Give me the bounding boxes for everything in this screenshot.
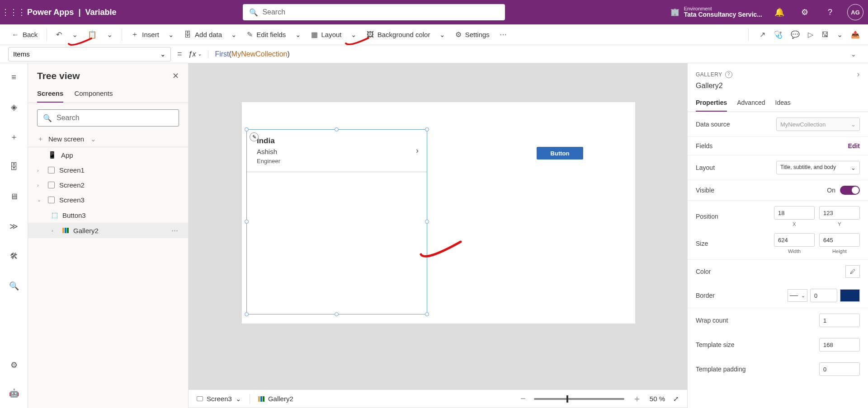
chevron-right-icon[interactable]: › xyxy=(416,146,419,155)
status-screen-picker[interactable]: Screen3⌄ xyxy=(197,395,241,403)
insert-button[interactable]: ＋Insert ⌄ xyxy=(127,27,178,42)
user-avatar[interactable]: AG xyxy=(847,4,863,20)
tree-item-screen1[interactable]: ›Screen1 xyxy=(28,163,188,178)
media-rail-icon[interactable]: 🖥 xyxy=(5,188,23,205)
zoom-in-icon[interactable]: ＋ xyxy=(632,393,642,405)
gallery-template-row[interactable]: ✎ India Ashish Engineer › xyxy=(247,130,427,172)
height-input[interactable]: 645 xyxy=(819,233,860,247)
zoom-out-icon[interactable]: − xyxy=(520,394,526,404)
tree-search-input[interactable]: 🔍 Search xyxy=(37,109,179,127)
share-icon[interactable]: ↗ xyxy=(760,30,765,39)
new-screen-button[interactable]: ＋ New screen ⌄ xyxy=(28,131,188,147)
bgcolor-button[interactable]: 🖼Background color ⌄ xyxy=(363,28,449,42)
tree-item-button3[interactable]: ⬚Button3 xyxy=(28,207,188,223)
settings-button[interactable]: ⚙Settings xyxy=(452,28,493,42)
play-icon[interactable]: ▷ xyxy=(808,30,813,39)
settings-gear-icon[interactable]: ⚙ xyxy=(797,4,813,20)
annotation-check xyxy=(418,238,463,265)
tree-item-app[interactable]: 📱App xyxy=(28,147,188,163)
width-input[interactable]: 624 xyxy=(774,233,815,247)
back-button[interactable]: ←Back xyxy=(8,28,41,42)
environment-picker[interactable]: 🏢 Environment Tata Consultancy Servic... xyxy=(670,6,762,18)
resize-handle[interactable] xyxy=(425,312,429,316)
help-icon[interactable]: ? xyxy=(725,71,732,78)
chevron-down-icon: ⌄ xyxy=(439,31,445,39)
wrap-count-input[interactable]: 1 xyxy=(819,314,860,327)
add-data-button[interactable]: 🗄Add data ⌄ xyxy=(180,28,241,42)
zoom-slider[interactable] xyxy=(534,398,624,400)
prop-border-label: Border xyxy=(696,292,715,299)
tree-item-screen3[interactable]: ⌄Screen3 xyxy=(28,192,188,207)
fit-to-window-icon[interactable]: ⤢ xyxy=(673,395,679,403)
save-split-icon[interactable]: ⌄ xyxy=(837,30,843,39)
plus-icon: ＋ xyxy=(37,135,44,143)
settings-rail-icon[interactable]: ⚙ xyxy=(5,356,23,374)
paste-split[interactable]: ⌄ xyxy=(103,28,116,42)
template-padding-input[interactable]: 0 xyxy=(819,362,860,376)
hamburger-icon[interactable]: ≡ xyxy=(5,69,23,86)
property-dropdown[interactable]: Items ⌄ xyxy=(8,47,171,61)
tab-advanced[interactable]: Advanced xyxy=(737,94,765,112)
annotation-check xyxy=(66,36,94,49)
gear-icon: ⚙ xyxy=(455,30,462,39)
global-search[interactable]: 🔍 Search xyxy=(243,4,505,20)
annotation-check xyxy=(344,35,371,49)
expand-formula-button[interactable]: ⌄ xyxy=(847,51,860,58)
edit-fields-button[interactable]: ✎Edit fields ⌄ xyxy=(243,28,304,42)
visible-toggle[interactable] xyxy=(840,186,860,195)
border-style-dropdown[interactable]: ⌄ xyxy=(788,289,807,302)
resize-handle[interactable] xyxy=(335,312,339,316)
canvas-area[interactable]: Button ✎ India Ashish Engineer › xyxy=(189,63,687,408)
item-more-icon[interactable]: ⋯ xyxy=(171,226,179,234)
tools-rail-icon[interactable]: 🛠 xyxy=(5,248,23,265)
virtual-agent-rail-icon[interactable]: 🤖 xyxy=(5,385,23,402)
tab-ideas[interactable]: Ideas xyxy=(775,94,791,112)
undo-button[interactable]: ↶ xyxy=(52,28,66,42)
treeview-rail-icon[interactable]: ◈ xyxy=(5,98,23,116)
close-panel-icon[interactable]: ✕ xyxy=(172,71,179,81)
waffle-icon[interactable]: ⋮⋮⋮ xyxy=(5,3,23,21)
template-size-input[interactable]: 168 xyxy=(819,338,860,352)
flows-rail-icon[interactable]: ≫ xyxy=(5,218,23,235)
status-selected-control[interactable]: Gallery2 xyxy=(258,395,293,403)
search-rail-icon[interactable]: 🔍 xyxy=(5,277,23,295)
chevron-right-icon[interactable]: › xyxy=(857,70,860,79)
tab-screens[interactable]: Screens xyxy=(37,85,63,103)
canvas-button-control[interactable]: Button xyxy=(537,147,583,159)
insert-rail-icon[interactable]: ＋ xyxy=(5,128,23,145)
layout-dropdown[interactable]: Title, subtitle, and body⌄ xyxy=(776,161,860,174)
fx-label[interactable]: ƒx ⌄ xyxy=(189,50,209,58)
publish-icon[interactable]: 📤 xyxy=(851,30,860,39)
tree-item-gallery2[interactable]: › Gallery2 ⋯ xyxy=(28,223,188,238)
formula-input[interactable]: First(MyNewCollection) xyxy=(215,50,841,58)
tree-item-screen2[interactable]: ›Screen2 xyxy=(28,178,188,192)
chevron-down-icon: ⌄ xyxy=(236,395,241,403)
save-icon[interactable]: 🖫 xyxy=(821,31,829,39)
color-picker[interactable]: 🖊 xyxy=(845,265,860,278)
data-rail-icon[interactable]: 🗄 xyxy=(5,158,23,175)
resize-handle[interactable] xyxy=(245,220,249,224)
edit-template-icon[interactable]: ✎ xyxy=(250,132,259,141)
resize-handle[interactable] xyxy=(425,220,429,224)
notifications-icon[interactable]: 🔔 xyxy=(771,4,788,20)
checker-icon[interactable]: 🩺 xyxy=(774,30,783,39)
tab-properties[interactable]: Properties xyxy=(696,94,727,112)
gallery-selection[interactable]: ✎ India Ashish Engineer › xyxy=(246,129,427,314)
position-x-input[interactable]: 18 xyxy=(774,206,815,220)
resize-handle[interactable] xyxy=(245,312,249,316)
tab-components[interactable]: Components xyxy=(74,85,113,103)
edit-fields-icon: ✎ xyxy=(247,30,253,39)
position-y-input[interactable]: 123 xyxy=(819,206,860,220)
gallery-title: India xyxy=(257,136,280,146)
fields-edit-link[interactable]: Edit xyxy=(848,142,860,150)
border-color-picker[interactable] xyxy=(840,289,860,302)
overflow-button[interactable]: ⋯ xyxy=(496,28,510,42)
selected-control-name: Gallery2 xyxy=(688,81,868,94)
datasource-dropdown[interactable]: MyNewCollection⌄ xyxy=(776,117,860,131)
comments-icon[interactable]: 💬 xyxy=(791,30,800,39)
app-header: ⋮⋮⋮ Power Apps | Variable 🔍 Search 🏢 Env… xyxy=(0,0,868,24)
property-name: Items xyxy=(13,50,30,58)
border-width-input[interactable]: 0 xyxy=(810,289,837,302)
prop-visible-label: Visible xyxy=(696,187,714,194)
help-icon[interactable]: ? xyxy=(822,4,838,20)
